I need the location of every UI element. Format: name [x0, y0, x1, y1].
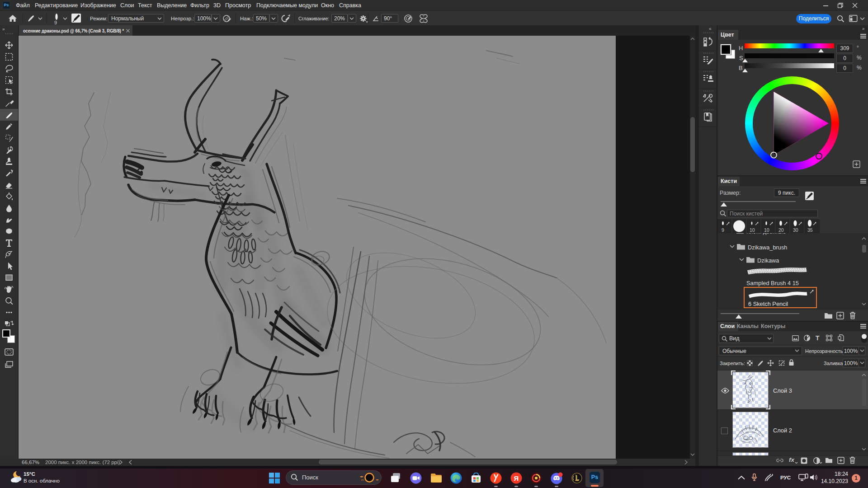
svg-text:10: 10 [750, 227, 755, 233]
svg-text:10: 10 [764, 227, 769, 233]
svg-text:Я: Я [514, 474, 519, 482]
svg-text:20: 20 [778, 227, 784, 233]
svg-text:9: 9 [722, 227, 724, 233]
svg-text:Dzikawa_brush: Dzikawa_brush [748, 244, 788, 251]
svg-text:Dzikawa: Dzikawa [757, 257, 779, 264]
svg-text:35: 35 [807, 227, 813, 233]
svg-text:30: 30 [793, 227, 798, 233]
svg-text:Кисти двойные: Кисти двойные [746, 233, 786, 235]
